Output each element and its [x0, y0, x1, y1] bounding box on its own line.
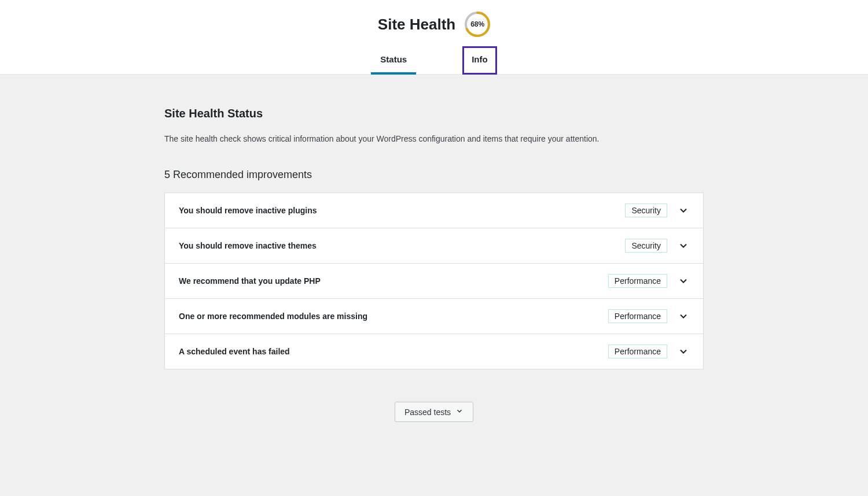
improvement-item[interactable]: You should remove inactive themes Securi…: [165, 228, 703, 264]
chevron-down-icon: [455, 407, 464, 417]
tab-status[interactable]: Status: [371, 46, 416, 75]
improvements-heading: 5 Recommended improvements: [164, 169, 704, 181]
passed-tests-label: Passed tests: [404, 408, 451, 417]
improvement-item[interactable]: One or more recommended modules are miss…: [165, 299, 703, 334]
header-top-row: Site Health 68%: [0, 0, 868, 46]
main-content: Site Health Status The site health check…: [153, 75, 715, 468]
health-progress-text: 68%: [470, 20, 484, 28]
chevron-down-icon: [678, 346, 689, 357]
passed-tests-button[interactable]: Passed tests: [395, 402, 473, 422]
category-badge: Performance: [608, 345, 667, 358]
improvement-right: Performance: [608, 309, 689, 323]
improvement-right: Performance: [608, 345, 689, 358]
improvement-right: Performance: [608, 274, 689, 288]
category-badge: Security: [625, 239, 667, 253]
improvement-item[interactable]: We recommend that you update PHP Perform…: [165, 264, 703, 299]
site-health-header: Site Health 68% Status Info: [0, 0, 868, 75]
improvement-right: Security: [625, 203, 689, 217]
improvement-title: You should remove inactive themes: [179, 241, 317, 250]
passed-tests-wrapper: Passed tests: [164, 402, 704, 422]
category-badge: Security: [625, 203, 667, 217]
tabs-nav: Status Info: [0, 46, 868, 74]
section-title: Site Health Status: [164, 107, 704, 120]
chevron-down-icon: [678, 205, 689, 216]
improvements-list: You should remove inactive plugins Secur…: [164, 193, 704, 369]
improvement-title: We recommend that you update PHP: [179, 276, 321, 286]
category-badge: Performance: [608, 274, 667, 288]
page-title: Site Health: [378, 16, 455, 34]
improvement-title: You should remove inactive plugins: [179, 206, 317, 215]
improvement-item[interactable]: A scheduled event has failed Performance: [165, 334, 703, 369]
improvement-title: One or more recommended modules are miss…: [179, 312, 367, 321]
chevron-down-icon: [678, 240, 689, 251]
category-badge: Performance: [608, 309, 667, 323]
improvement-title: A scheduled event has failed: [179, 347, 290, 356]
section-description: The site health check shows critical inf…: [164, 134, 704, 143]
improvement-right: Security: [625, 239, 689, 253]
health-progress-ring: 68%: [465, 12, 490, 37]
improvement-item[interactable]: You should remove inactive plugins Secur…: [165, 193, 703, 228]
chevron-down-icon: [678, 310, 689, 322]
tab-info[interactable]: Info: [462, 46, 497, 75]
chevron-down-icon: [678, 275, 689, 287]
